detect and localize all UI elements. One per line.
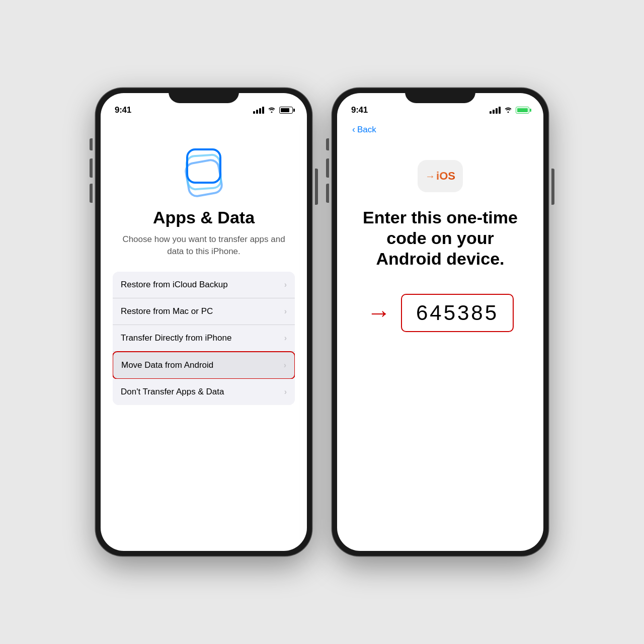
status-icons-2 — [490, 106, 529, 114]
red-arrow-icon: → — [367, 301, 391, 325]
chevron-android: › — [284, 361, 286, 370]
menu-item-skip[interactable]: Don't Transfer Apps & Data › — [113, 379, 295, 405]
volume-down-button — [90, 184, 93, 203]
transfer-menu: Restore from iCloud Backup › Restore fro… — [113, 272, 295, 405]
status-icons-1 — [253, 106, 293, 114]
stack-layer-front — [186, 148, 221, 184]
menu-item-icloud[interactable]: Restore from iCloud Backup › — [113, 272, 295, 298]
apps-stack-icon — [179, 145, 229, 196]
volume-up-button — [90, 158, 93, 178]
one-time-code-screen: ‹ Back → iOS Enter this one-time code on… — [337, 120, 543, 551]
screen-title-1: Apps & Data — [153, 208, 255, 227]
one-time-code-box: 645385 — [401, 294, 514, 332]
code-heading: Enter this one-time code on your Android… — [352, 207, 528, 269]
back-button[interactable]: ‹ Back — [352, 124, 528, 135]
menu-item-icloud-label: Restore from iCloud Backup — [121, 280, 228, 290]
menu-item-mac[interactable]: Restore from Mac or PC › — [113, 298, 295, 325]
menu-item-iphone[interactable]: Transfer Directly from iPhone › — [113, 325, 295, 352]
battery-icon-1 — [279, 107, 293, 114]
move-to-ios-icon: → iOS — [418, 160, 463, 192]
signal-icon-1 — [253, 107, 264, 114]
status-time-1: 9:41 — [115, 105, 131, 115]
phone-1: 9:41 — [96, 88, 312, 556]
power-button — [315, 169, 318, 205]
chevron-iphone: › — [284, 334, 287, 343]
notch-1 — [169, 88, 239, 103]
ios-text-label: iOS — [436, 170, 455, 183]
chevron-icloud: › — [284, 280, 287, 289]
menu-item-skip-label: Don't Transfer Apps & Data — [121, 387, 224, 397]
battery-fill-1 — [281, 108, 289, 112]
volume-down-button-2 — [326, 184, 329, 203]
power-button-2 — [551, 169, 554, 205]
silent-switch-2 — [326, 138, 329, 150]
screen-subtitle-1: Choose how you want to transfer apps and… — [101, 233, 307, 258]
wifi-icon-1 — [268, 106, 276, 114]
menu-item-mac-label: Restore from Mac or PC — [121, 306, 213, 316]
notch-2 — [405, 88, 475, 103]
chevron-skip: › — [284, 387, 287, 396]
code-row: → 645385 — [352, 294, 528, 332]
volume-up-button-2 — [326, 158, 329, 178]
phone-1-screen: 9:41 — [101, 93, 307, 551]
status-time-2: 9:41 — [351, 105, 368, 115]
back-label: Back — [357, 125, 376, 135]
back-chevron-icon: ‹ — [352, 124, 355, 135]
menu-item-iphone-label: Transfer Directly from iPhone — [121, 333, 231, 343]
chevron-mac: › — [284, 307, 287, 316]
phone-2-screen: 9:41 ‹ Back — [337, 93, 543, 551]
menu-item-android-label: Move Data from Android — [121, 360, 213, 370]
signal-icon-2 — [490, 107, 501, 114]
ios-arrow-icon: → — [425, 171, 435, 182]
wifi-icon-2 — [504, 106, 512, 114]
phone-2: 9:41 ‹ Back — [332, 88, 548, 556]
silent-switch — [90, 138, 93, 150]
menu-item-android[interactable]: Move Data from Android › — [113, 351, 295, 379]
apps-data-screen: Apps & Data Choose how you want to trans… — [101, 120, 307, 551]
battery-icon-2 — [516, 107, 529, 114]
battery-fill-2 — [517, 108, 528, 112]
